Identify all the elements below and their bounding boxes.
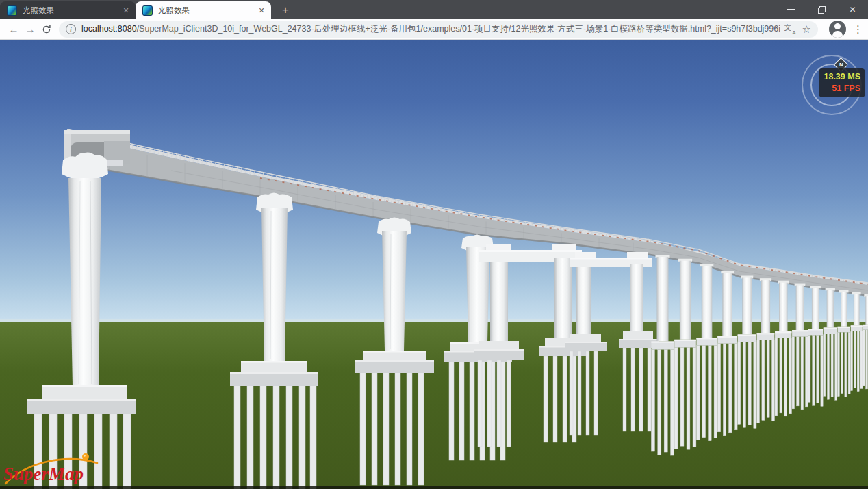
bookmark-star-icon[interactable]: ☆ [802, 24, 811, 34]
url-host: localhost:8080 [81, 24, 137, 34]
tab-title: 光照效果 [158, 5, 256, 16]
tab-lighting-effect-2[interactable]: 光照效果 ✕ [136, 1, 271, 19]
browser-window: 光照效果 ✕ 光照效果 ✕ + ✕ ← → i localhost:8080/S… [0, 0, 868, 489]
fps-value: 51 FPS [819, 83, 860, 95]
browser-menu-icon[interactable]: ⋮ [853, 23, 863, 36]
tab-close-icon[interactable]: ✕ [256, 5, 267, 16]
refresh-icon [42, 25, 51, 34]
minimize-button[interactable] [776, 0, 806, 19]
window-controls: ✕ [776, 0, 868, 19]
url-text: localhost:8080/SuperMap_iClient3D_10i_fo… [81, 23, 780, 35]
browser-toolbar: ← → i localhost:8080/SuperMap_iClient3D_… [0, 19, 868, 40]
address-bar[interactable]: i localhost:8080/SuperMap_iClient3D_10i_… [59, 21, 818, 38]
bottom-edge [0, 486, 868, 489]
tab-close-icon[interactable]: ✕ [120, 5, 131, 16]
frame-time-value: 18.39 MS [819, 71, 860, 83]
profile-avatar[interactable] [829, 21, 846, 38]
restore-icon [818, 6, 826, 14]
restore-button[interactable] [806, 0, 837, 19]
supermap-favicon-icon [142, 5, 153, 16]
new-tab-button[interactable]: + [277, 1, 294, 19]
url-path: /SuperMap_iClient3D_10i_for_WebGL_24733-… [137, 24, 780, 34]
supermap-logo: SuperMap [3, 451, 107, 486]
close-icon: ✕ [849, 5, 856, 14]
tab-title: 光照效果 [23, 5, 120, 16]
supermap-favicon-icon [7, 5, 17, 16]
bridge-scene [0, 40, 868, 489]
refresh-button[interactable] [38, 21, 55, 38]
forward-button[interactable]: → [22, 21, 38, 38]
avatar-body [832, 31, 843, 38]
close-window-button[interactable]: ✕ [837, 0, 868, 19]
logo-text: SuperMap [3, 464, 84, 484]
logo-dot [82, 453, 89, 460]
translate-icon[interactable]: 文A [784, 24, 795, 34]
back-button[interactable]: ← [5, 21, 22, 38]
scene-viewport[interactable]: N 18.39 MS 51 FPS SuperMap [0, 40, 868, 489]
performance-stats: 18.39 MS 51 FPS [819, 68, 865, 97]
compass-widget[interactable]: N 18.39 MS 51 FPS [802, 55, 862, 115]
page-info-icon[interactable]: i [66, 24, 76, 34]
avatar-head [834, 23, 841, 29]
omnibox-icons: 文A ☆ [784, 24, 811, 34]
tab-strip: 光照效果 ✕ 光照效果 ✕ + ✕ [0, 0, 868, 19]
minimize-icon [787, 9, 795, 10]
tab-lighting-effect-1[interactable]: 光照效果 ✕ [0, 1, 136, 19]
sky [0, 40, 868, 322]
